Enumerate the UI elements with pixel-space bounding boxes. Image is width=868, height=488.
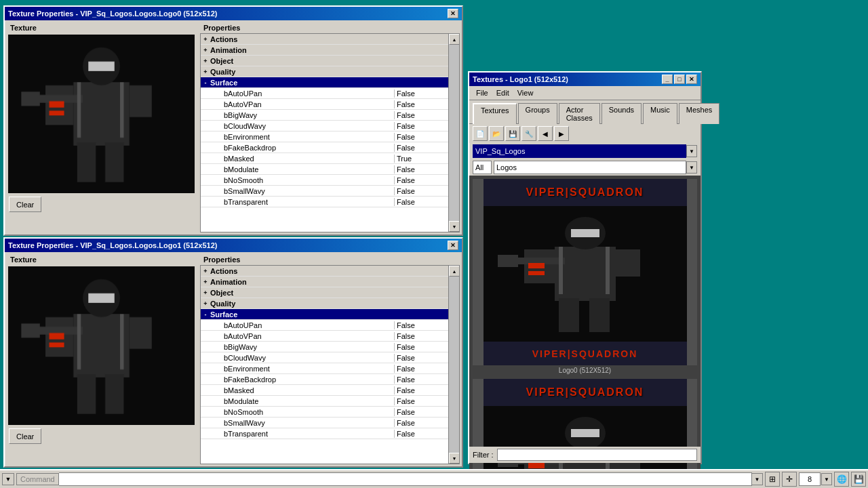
texture-item-logo0[interactable]: VIPER|SQUADRON VIPER|SQUADRON Logo0 (512… xyxy=(473,179,697,375)
prop-row[interactable]: +Actions xyxy=(201,34,448,45)
taskbar: ▼ Command ▼ ⊞ ✛ 8 ▼ 🌐 💾 xyxy=(0,469,868,488)
prop-row[interactable]: bAutoUPanFalse xyxy=(201,320,448,331)
close-btn-browser[interactable]: ✕ xyxy=(686,75,697,84)
toolbar-btn-3[interactable]: 💾 xyxy=(505,126,520,141)
prop-row[interactable]: +Quality xyxy=(201,298,448,309)
tab-groups[interactable]: Groups xyxy=(518,103,557,124)
package-dropdown-value[interactable]: VIP_Sq_Logos xyxy=(473,144,686,158)
prop-row[interactable]: bBigWavyFalse xyxy=(201,110,448,121)
scroll-up-2[interactable]: ▲ xyxy=(449,266,460,277)
all-filter[interactable]: All xyxy=(473,161,492,174)
close-btn-2[interactable]: ✕ xyxy=(448,241,458,250)
prop-row[interactable]: bCloudWavyFalse xyxy=(201,352,448,363)
prop-row[interactable]: bModulateFalse xyxy=(201,164,448,175)
prop-row[interactable]: bAutoVPanFalse xyxy=(201,99,448,110)
minimize-btn-browser[interactable]: _ xyxy=(662,75,673,84)
prop-row[interactable]: +Animation xyxy=(201,277,448,287)
group-dropdown-value[interactable]: Logos xyxy=(494,161,686,174)
prop-row[interactable]: +Quality xyxy=(201,66,448,77)
globe-icon[interactable]: 🌐 xyxy=(834,472,849,487)
toolbar-btn-2[interactable]: 📂 xyxy=(489,126,504,141)
prop-row[interactable]: bCloudWavyFalse xyxy=(201,121,448,131)
prop-row[interactable]: +Object xyxy=(201,287,448,298)
prop-row[interactable]: bMaskedTrue xyxy=(201,153,448,164)
browser-toolbar: 📄 📂 💾 🔧 ◀ ▶ xyxy=(469,124,701,143)
title-bar-buttons-2: ✕ xyxy=(448,241,458,250)
clear-btn-1[interactable]: Clear xyxy=(9,197,41,212)
prop-row[interactable]: bTransparentFalse xyxy=(201,197,448,207)
tab-sounds[interactable]: Sounds xyxy=(601,103,642,124)
number-dropdown-arrow[interactable]: ▼ xyxy=(821,473,832,485)
prop-row[interactable]: bBigWavyFalse xyxy=(201,342,448,352)
menu-file[interactable]: File xyxy=(472,87,492,98)
restore-btn-browser[interactable]: □ xyxy=(674,75,685,84)
prop-row[interactable]: bNoSmoothFalse xyxy=(201,175,448,186)
props-label-1: Properties xyxy=(200,22,460,33)
toolbar-btn-4[interactable]: 🔧 xyxy=(521,126,536,141)
scrollbar-1[interactable]: ▲ ▼ xyxy=(448,34,459,232)
texture-preview-1 xyxy=(8,35,195,193)
command-dropdown-arrow[interactable]: ▼ xyxy=(752,473,763,485)
prop-row[interactable]: bEnvironmentFalse xyxy=(201,131,448,142)
prop-row[interactable]: +Animation xyxy=(201,45,448,56)
menu-edit[interactable]: Edit xyxy=(492,87,513,98)
textures-browser-title-bar: Textures - Logo1 (512x512) _ □ ✕ xyxy=(469,73,701,86)
scroll-up-1[interactable]: ▲ xyxy=(449,34,460,45)
prop-row[interactable]: bAutoVPanFalse xyxy=(201,331,448,342)
tab-music[interactable]: Music xyxy=(643,103,677,124)
prop-row[interactable]: -Surface xyxy=(201,77,448,88)
menu-view[interactable]: View xyxy=(513,87,538,98)
tabs-bar: Textures Groups Actor Classes Sounds Mus… xyxy=(469,100,701,124)
filter-bar: Filter : xyxy=(469,447,701,463)
close-btn-1[interactable]: ✕ xyxy=(448,9,458,18)
clear-btn-2[interactable]: Clear xyxy=(9,428,41,444)
taskbar-menu-btn[interactable]: ▼ xyxy=(2,473,14,485)
title-bar-buttons-1: ✕ xyxy=(448,9,458,18)
texture-props-window-2: Texture Properties - VIP_Sq_Logos.Logos.… xyxy=(3,237,463,468)
prop-row[interactable]: bTransparentFalse xyxy=(201,428,448,439)
prop-row[interactable]: bMaskedFalse xyxy=(201,385,448,396)
toolbar-btn-prev[interactable]: ◀ xyxy=(538,126,553,141)
texture-props-window-1: Texture Properties - VIP_Sq_Logos.Logos.… xyxy=(3,5,463,236)
scroll-track-1[interactable] xyxy=(449,45,459,221)
scroll-down-1[interactable]: ▼ xyxy=(449,221,460,232)
props-list-2: +Actions+Animation+Object+Quality-Surfac… xyxy=(201,266,448,464)
filter-input[interactable] xyxy=(497,449,697,461)
prop-row[interactable]: +Object xyxy=(201,56,448,66)
textures-menu-bar: File Edit View xyxy=(469,86,701,100)
textures-browser-window: Textures - Logo1 (512x512) _ □ ✕ File Ed… xyxy=(468,71,702,464)
texture-label-2: Texture xyxy=(7,254,196,265)
toolbar-btn-next[interactable]: ▶ xyxy=(554,126,569,141)
scrollbar-2[interactable]: ▲ ▼ xyxy=(448,266,459,464)
tab-meshes[interactable]: Meshes xyxy=(679,103,720,124)
prop-row[interactable]: bSmallWavyFalse xyxy=(201,418,448,428)
prop-row[interactable]: -Surface xyxy=(201,309,448,320)
prop-row[interactable]: bNoSmoothFalse xyxy=(201,407,448,418)
grid-icon[interactable]: ⊞ xyxy=(765,472,780,487)
texture-label-1: Texture xyxy=(7,22,196,33)
logo0-label: Logo0 (512X512) xyxy=(473,365,697,375)
title-text-1: Texture Properties - VIP_Sq_Logos.Logos.… xyxy=(8,9,217,18)
prop-row[interactable]: bFakeBackdropFalse xyxy=(201,374,448,385)
scroll-track-2[interactable] xyxy=(449,277,459,453)
prop-row[interactable]: bEnvironmentFalse xyxy=(201,363,448,374)
tab-actor-classes[interactable]: Actor Classes xyxy=(559,103,600,124)
number-display: 8 xyxy=(799,472,821,486)
texture-thumb-logo0 xyxy=(484,206,687,342)
group-dropdown-arrow[interactable]: ▼ xyxy=(686,161,697,174)
prop-row[interactable]: bSmallWavyFalse xyxy=(201,186,448,197)
tab-textures[interactable]: Textures xyxy=(473,103,517,124)
group-filter-container: All Logos ▼ xyxy=(469,159,701,176)
filter-label: Filter : xyxy=(473,451,494,459)
prop-row[interactable]: +Actions xyxy=(201,266,448,277)
toolbar-btn-1[interactable]: 📄 xyxy=(473,126,488,141)
prop-row[interactable]: bFakeBackdropFalse xyxy=(201,142,448,153)
package-dropdown-arrow[interactable]: ▼ xyxy=(686,145,697,157)
command-input[interactable] xyxy=(59,472,752,486)
scroll-down-2[interactable]: ▼ xyxy=(449,453,460,464)
prop-row[interactable]: bAutoUPanFalse xyxy=(201,88,448,99)
move-icon[interactable]: ✛ xyxy=(782,472,797,487)
save-icon[interactable]: 💾 xyxy=(851,472,866,487)
texture-preview-2 xyxy=(8,266,195,425)
prop-row[interactable]: bModulateFalse xyxy=(201,396,448,407)
